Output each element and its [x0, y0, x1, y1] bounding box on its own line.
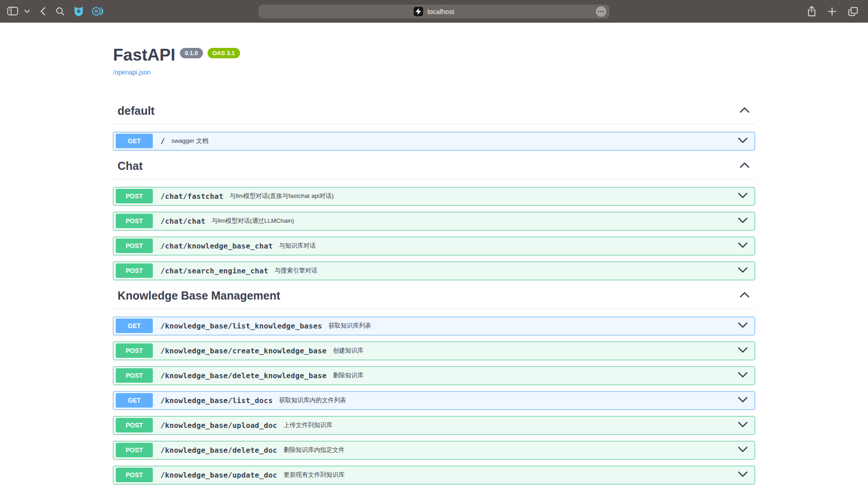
- method-badge: POST: [116, 239, 153, 253]
- endpoint-summary: 与llm模型对话(直接与fastchat api对话): [230, 192, 731, 200]
- endpoint-row[interactable]: POST /knowledge_base/create_knowledge_ba…: [113, 342, 755, 360]
- endpoint-summary: 删除知识库: [333, 371, 731, 380]
- endpoint-path: /chat/search_engine_chat: [160, 267, 268, 275]
- section-title: Knowledge Base Management: [118, 289, 280, 302]
- url-text: localhost: [427, 8, 454, 15]
- chevron-down-icon[interactable]: [731, 446, 755, 454]
- endpoint-row[interactable]: GET /knowledge_base/list_docs 获取知识库内的文件列…: [113, 391, 755, 410]
- new-tab-button[interactable]: [828, 7, 836, 16]
- section-header[interactable]: Chat: [113, 157, 755, 179]
- method-badge: GET: [116, 134, 153, 148]
- endpoint-list: GET /knowledge_base/list_knowledge_bases…: [113, 309, 755, 488]
- oas-badge: OAS 3.1: [208, 48, 240, 58]
- endpoint-path: /knowledge_base/upload_doc: [160, 421, 277, 430]
- openapi-spec-link[interactable]: /openapi.json: [113, 69, 151, 76]
- method-badge: GET: [116, 319, 153, 333]
- site-favicon: [414, 7, 423, 16]
- endpoint-row[interactable]: POST /knowledge_base/upload_doc 上传文件到知识库: [113, 416, 755, 435]
- tab-overview-icon[interactable]: [848, 7, 858, 16]
- method-badge: POST: [116, 443, 153, 457]
- method-badge: POST: [116, 343, 153, 358]
- endpoint-summary: 与llm模型对话(通过LLMChain): [212, 217, 731, 225]
- method-badge: POST: [116, 418, 153, 432]
- endpoint-row[interactable]: POST /knowledge_base/update_doc 更新现有文件到知…: [113, 466, 755, 484]
- chevron-down-icon[interactable]: [731, 322, 755, 329]
- endpoint-list: GET / swagger 文档: [113, 124, 755, 150]
- endpoint-summary: 获取知识库列表: [329, 322, 731, 330]
- circles-extension-icon[interactable]: [92, 6, 104, 17]
- endpoint-summary: 与搜索引擎对话: [274, 267, 731, 275]
- chevron-down-icon[interactable]: [731, 347, 755, 354]
- endpoint-row[interactable]: POST /knowledge_base/delete_doc 删除知识库内指定…: [113, 441, 755, 460]
- endpoint-summary: 更新现有文件到知识库: [283, 471, 731, 479]
- swagger-page: FastAPI 0.1.0 OAS 3.1 /openapi.json defa…: [113, 23, 755, 488]
- chevron-down-icon[interactable]: [731, 471, 755, 479]
- share-icon[interactable]: [807, 6, 816, 17]
- endpoint-path: /chat/fastchat: [160, 192, 223, 201]
- toolbar-left-group: [0, 6, 104, 17]
- method-badge: POST: [116, 263, 153, 278]
- endpoint-row[interactable]: POST /chat/fastchat 与llm模型对话(直接与fastchat…: [113, 187, 755, 206]
- section-header[interactable]: default: [113, 102, 755, 124]
- endpoint-summary: swagger 文档: [171, 137, 731, 145]
- endpoint-summary: 创建知识库: [333, 347, 731, 355]
- api-section: Chat POST /chat/fastchat 与llm模型对话(直接与fas…: [113, 157, 755, 280]
- endpoint-path: /knowledge_base/create_knowledge_base: [160, 347, 327, 355]
- endpoint-row[interactable]: POST /chat/chat 与llm模型对话(通过LLMChain): [113, 212, 755, 230]
- chevron-down-icon[interactable]: [731, 217, 755, 225]
- chevron-up-icon[interactable]: [734, 107, 755, 114]
- chevron-down-icon[interactable]: [731, 192, 755, 200]
- endpoint-path: /chat/chat: [160, 217, 205, 225]
- endpoint-path: /knowledge_base/list_knowledge_bases: [160, 322, 322, 330]
- chevron-up-icon[interactable]: [734, 162, 755, 169]
- back-button[interactable]: [40, 7, 46, 16]
- section-header[interactable]: Knowledge Base Management: [113, 286, 755, 309]
- browser-toolbar: localhost: [0, 0, 868, 23]
- endpoint-path: /chat/knowledge_base_chat: [160, 242, 273, 250]
- toolbar-right-group: [807, 0, 858, 23]
- address-bar[interactable]: localhost: [259, 5, 609, 19]
- endpoint-summary: 与知识库对话: [279, 242, 731, 250]
- chevron-down-icon[interactable]: [731, 397, 755, 404]
- section-title: default: [118, 104, 155, 117]
- search-icon[interactable]: [56, 7, 65, 16]
- endpoint-row[interactable]: POST /knowledge_base/delete_knowledge_ba…: [113, 366, 755, 385]
- method-badge: POST: [116, 468, 153, 482]
- endpoint-row[interactable]: POST /chat/knowledge_base_chat 与知识库对话: [113, 237, 755, 255]
- endpoint-path: /: [160, 137, 165, 145]
- chevron-down-icon[interactable]: [731, 267, 755, 274]
- api-section: Knowledge Base Management GET /knowledge…: [113, 286, 755, 488]
- endpoint-row[interactable]: POST /chat/search_engine_chat 与搜索引擎对话: [113, 262, 755, 280]
- version-badge: 0.1.0: [180, 48, 203, 58]
- method-badge: POST: [116, 368, 153, 383]
- api-section: default GET / swagger 文档: [113, 102, 755, 150]
- method-badge: POST: [116, 214, 153, 228]
- chevron-down-icon[interactable]: [731, 242, 755, 249]
- method-badge: GET: [116, 393, 153, 408]
- section-title: Chat: [118, 160, 143, 173]
- endpoint-list: POST /chat/fastchat 与llm模型对话(直接与fastchat…: [113, 179, 755, 280]
- endpoint-path: /knowledge_base/delete_knowledge_base: [160, 371, 327, 380]
- endpoint-summary: 获取知识库内的文件列表: [279, 396, 731, 404]
- endpoint-path: /knowledge_base/update_doc: [160, 471, 277, 479]
- page-title: FastAPI: [113, 46, 175, 65]
- chevron-down-icon[interactable]: [731, 137, 755, 145]
- shield-extension-icon[interactable]: [74, 6, 84, 17]
- chevron-down-icon[interactable]: [731, 372, 755, 379]
- api-sections: default GET / swagger 文档 Chat: [113, 102, 755, 488]
- endpoint-summary: 上传文件到知识库: [283, 421, 731, 429]
- chevron-up-icon[interactable]: [734, 292, 755, 299]
- chevron-down-icon[interactable]: [24, 9, 30, 13]
- endpoint-summary: 删除知识库内指定文件: [283, 446, 731, 454]
- method-badge: POST: [116, 189, 153, 203]
- endpoint-path: /knowledge_base/list_docs: [160, 396, 273, 405]
- endpoint-row[interactable]: GET /knowledge_base/list_knowledge_bases…: [113, 317, 755, 335]
- endpoint-path: /knowledge_base/delete_doc: [160, 446, 277, 455]
- sidebar-toggle-button[interactable]: [7, 7, 18, 15]
- api-title-block: FastAPI 0.1.0 OAS 3.1: [113, 46, 755, 65]
- chevron-down-icon[interactable]: [731, 422, 755, 429]
- page-settings-button[interactable]: [596, 6, 606, 17]
- endpoint-row[interactable]: GET / swagger 文档: [113, 132, 755, 150]
